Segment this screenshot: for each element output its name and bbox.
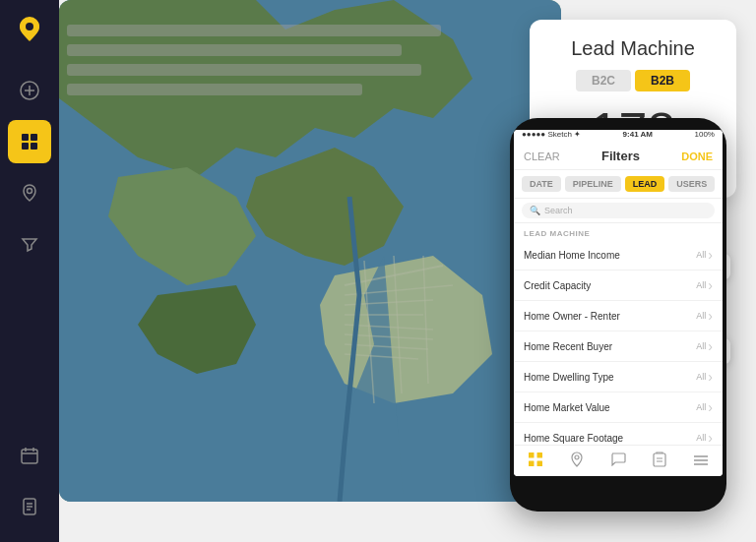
phone-search-area: 🔍 Search [514,199,723,223]
list-item[interactable]: Home Dwelling Type All [514,362,723,392]
svg-point-1 [26,23,33,30]
sidebar-logo[interactable] [10,10,49,49]
list-item-value: All [696,369,713,385]
sidebar-item-filter[interactable] [8,222,51,266]
chevron-icon [708,430,713,445]
phone-header: CLEAR Filters DONE [514,143,723,170]
phone-nav-menu[interactable] [693,453,709,469]
list-item-value: All [696,277,713,293]
phone-mockup: ●●●●● Sketch ✦ 9:41 AM 100% CLEAR Filter… [510,118,726,512]
list-item-value: All [696,247,713,263]
sidebar-item-calendar[interactable] [8,434,51,477]
chevron-icon [708,277,713,293]
gray-bar [67,64,421,76]
phone-time: 9:41 AM [623,130,653,139]
tab-b2b[interactable]: B2B [635,70,690,91]
tab-b2c[interactable]: B2C [576,70,631,91]
search-icon: 🔍 [530,206,540,215]
svg-rect-25 [654,453,665,466]
chevron-icon [708,338,713,354]
svg-point-24 [575,455,579,459]
list-item-value: All [696,308,713,324]
list-item[interactable]: Home Owner - Renter All [514,301,723,331]
svg-rect-6 [31,134,37,141]
phone-bottom-nav [514,445,723,476]
svg-rect-22 [529,461,535,467]
list-item[interactable]: Median Home Income All [514,240,723,271]
tab-group: B2C B2B [549,70,717,91]
gray-bar [67,44,402,56]
phone-tabs: DATE PIPELINE LEAD USERS [514,170,723,199]
list-item[interactable]: Home Market Value All [514,392,723,423]
phone-clear-btn[interactable]: CLEAR [524,151,560,162]
phone-tab-date[interactable]: DATE [522,176,561,192]
sidebar [0,0,59,542]
phone-nav-grid[interactable] [528,452,543,470]
phone-tab-pipeline[interactable]: PIPELINE [565,176,621,192]
list-item[interactable]: Credit Capacity All [514,271,723,301]
map-overlay-bars [67,25,441,95]
list-item[interactable]: Home Square Footage All [514,423,723,445]
phone-header-title: Filters [601,149,640,163]
gray-bar [67,84,362,95]
list-item-value: All [696,430,713,445]
phone-screen: ●●●●● Sketch ✦ 9:41 AM 100% CLEAR Filter… [514,130,723,476]
phone-nav-chat[interactable] [610,452,626,469]
phone-search-inner[interactable]: 🔍 Search [522,203,715,218]
svg-rect-10 [22,450,37,463]
chevron-icon [708,369,713,385]
list-item-label: Home Recent Buyer [524,341,612,352]
list-item-label: Median Home Income [524,250,620,261]
phone-list: Median Home Income All Credit Capacity A… [514,240,723,445]
sidebar-item-document[interactable] [8,485,51,528]
search-placeholder: Search [544,206,573,215]
svg-rect-20 [529,452,535,458]
chevron-icon [708,399,713,415]
phone-tab-lead[interactable]: LEAD [625,176,665,192]
svg-rect-23 [536,461,542,467]
sidebar-item-add[interactable] [8,69,51,112]
list-item[interactable]: Home Recent Buyer All [514,331,723,362]
phone-tab-users[interactable]: USERS [668,176,715,192]
list-item-label: Credit Capacity [524,280,591,291]
phone-nav-clipboard[interactable] [653,452,666,470]
phone-battery: 100% [695,130,715,139]
list-item-value: All [696,399,713,415]
svg-rect-21 [536,452,542,458]
list-item-label: Home Dwelling Type [524,372,614,383]
svg-point-9 [28,189,32,194]
chevron-icon [708,247,713,263]
svg-rect-19 [59,433,561,502]
svg-rect-8 [31,143,37,150]
phone-section-label: LEAD MACHINE [514,223,723,240]
list-item-value: All [696,338,713,354]
svg-rect-7 [22,143,29,150]
list-item-label: Home Owner - Renter [524,311,620,322]
lead-machine-title: Lead Machine [549,37,717,60]
phone-status-bar: ●●●●● Sketch ✦ 9:41 AM 100% [514,130,723,143]
chevron-icon [708,308,713,324]
list-item-label: Home Market Value [524,402,610,413]
phone-done-btn[interactable]: DONE [681,151,713,162]
phone-nav-location[interactable] [570,452,584,470]
svg-rect-5 [22,134,29,141]
phone-signal: ●●●●● Sketch ✦ [522,130,581,139]
list-item-label: Home Square Footage [524,433,623,444]
sidebar-item-location[interactable] [8,171,51,214]
sidebar-item-grid[interactable] [8,120,51,163]
gray-bar [67,25,441,36]
